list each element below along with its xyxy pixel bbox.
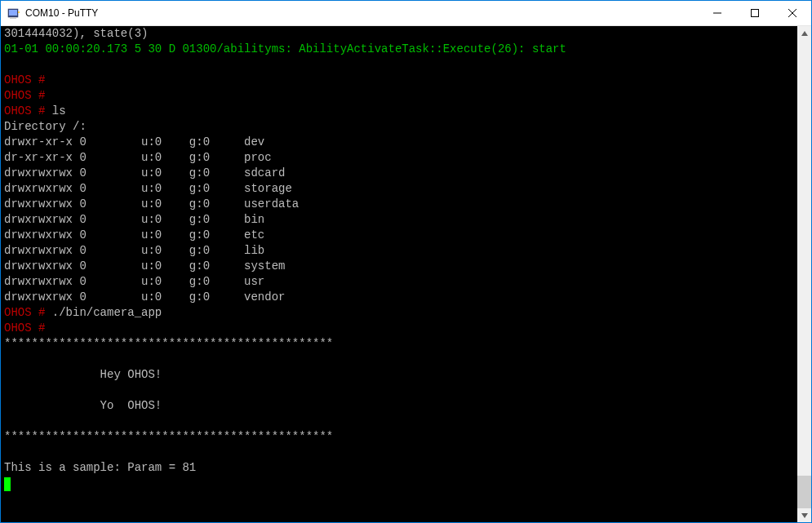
output-line: This is a sample: Param = 81 <box>4 460 797 476</box>
log-line: 01-01 00:00:20.173 5 30 D 01300/abilitym… <box>4 42 797 57</box>
log-line: 3014444032), state(3) <box>4 26 797 42</box>
dir-row: drwxrwxrwx 0 u:0 g:0 vendor <box>4 290 797 305</box>
dir-header: Directory /: <box>4 119 797 135</box>
svg-rect-1 <box>9 10 17 16</box>
dir-row: drwxrwxrwx 0 u:0 g:0 sdcard <box>4 166 797 181</box>
minimize-button[interactable] <box>699 1 736 25</box>
prompt-line: OHOS # ls <box>4 104 797 119</box>
terminal[interactable]: 3014444032), state(3)01-01 00:00:20.173 … <box>1 26 797 522</box>
close-button[interactable] <box>774 1 811 25</box>
titlebar[interactable]: COM10 - PuTTY <box>1 1 811 26</box>
separator-line: ****************************************… <box>4 429 797 445</box>
cursor-line <box>4 476 797 491</box>
scroll-down-icon[interactable] <box>797 508 811 522</box>
separator-line: ****************************************… <box>4 336 797 352</box>
dir-row: dr-xr-xr-x 0 u:0 g:0 proc <box>4 150 797 166</box>
prompt-line: OHOS # <box>4 321 797 336</box>
prompt-line: OHOS # <box>4 88 797 104</box>
blank-line <box>4 383 797 398</box>
svg-rect-5 <box>752 10 759 17</box>
maximize-button[interactable] <box>736 1 774 25</box>
dir-row: drwxrwxrwx 0 u:0 g:0 lib <box>4 243 797 259</box>
dir-row: drwxrwxrwx 0 u:0 g:0 bin <box>4 212 797 228</box>
dir-row: drwxrwxrwx 0 u:0 g:0 userdata <box>4 197 797 212</box>
blank-line <box>4 445 797 460</box>
svg-rect-2 <box>18 11 20 13</box>
window-controls <box>699 1 811 25</box>
scroll-track[interactable] <box>797 40 811 508</box>
output-line: Hey OHOS! <box>4 367 797 383</box>
prompt-line: OHOS # ./bin/camera_app <box>4 305 797 321</box>
scroll-thumb[interactable] <box>797 476 811 508</box>
scroll-up-icon[interactable] <box>797 26 811 40</box>
putty-window: COM10 - PuTTY 3014444032), state(3)01-01… <box>0 0 812 523</box>
window-title: COM10 - PuTTY <box>25 7 699 19</box>
dir-row: drwxr-xr-x 0 u:0 g:0 dev <box>4 135 797 150</box>
terminal-area: 3014444032), state(3)01-01 00:00:20.173 … <box>1 26 811 522</box>
blank-line <box>4 414 797 429</box>
output-line: Yo OHOS! <box>4 398 797 414</box>
putty-icon <box>7 7 20 20</box>
dir-row: drwxrwxrwx 0 u:0 g:0 system <box>4 259 797 274</box>
blank-line <box>4 57 797 73</box>
dir-row: drwxrwxrwx 0 u:0 g:0 etc <box>4 228 797 243</box>
dir-row: drwxrwxrwx 0 u:0 g:0 storage <box>4 181 797 197</box>
blank-line <box>4 352 797 367</box>
prompt-line: OHOS # <box>4 73 797 88</box>
scrollbar[interactable] <box>797 26 811 522</box>
cursor-icon <box>4 477 11 491</box>
svg-rect-3 <box>10 17 16 19</box>
dir-row: drwxrwxrwx 0 u:0 g:0 usr <box>4 274 797 290</box>
